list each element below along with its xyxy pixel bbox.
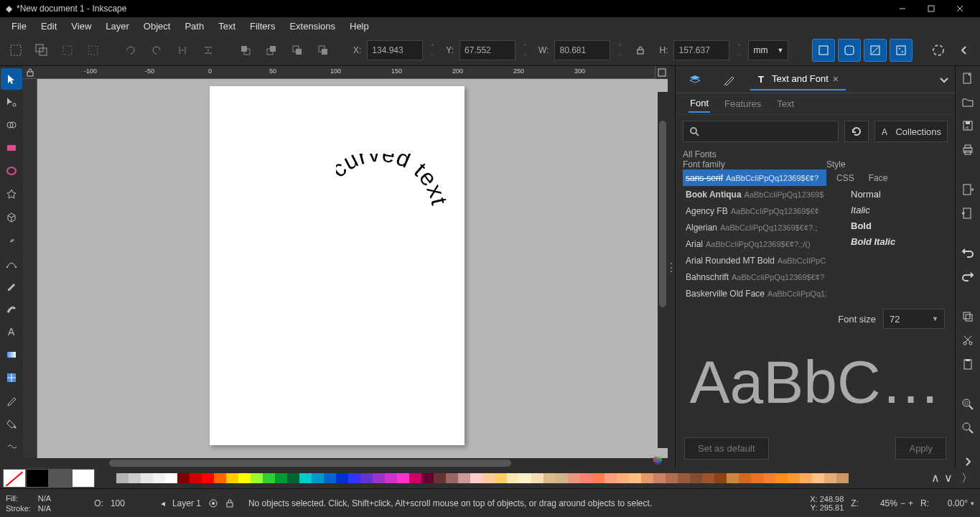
calligraphy-tool[interactable] [1, 298, 22, 320]
color-swatch[interactable] [739, 473, 751, 483]
print-button[interactable] [960, 143, 976, 157]
color-swatch[interactable] [727, 473, 739, 483]
color-swatch[interactable] [263, 473, 275, 483]
raise-button[interactable] [260, 39, 283, 62]
color-swatch[interactable] [336, 473, 348, 483]
scrollbar-horizontal[interactable] [23, 458, 668, 468]
color-managed-button[interactable] [652, 454, 665, 467]
canvas[interactable]: curved text [37, 79, 668, 458]
save-button[interactable] [960, 119, 976, 133]
lower-button[interactable] [286, 39, 309, 62]
color-swatch[interactable] [165, 473, 177, 483]
display-units-button[interactable] [655, 66, 668, 79]
menu-edit[interactable]: Edit [34, 19, 64, 34]
font-item-book-antiqua[interactable]: Book AntiquaAaBbCcIiPpQq12369$ [683, 186, 826, 202]
bezier-tool[interactable] [1, 252, 22, 274]
ruler-horizontal[interactable]: -100 -50 0 50 100 150 200 250 300 [23, 66, 668, 79]
move-gradients-button[interactable] [864, 39, 887, 62]
color-swatch[interactable] [373, 473, 385, 483]
menu-text[interactable]: Text [211, 19, 243, 34]
color-swatch[interactable] [190, 473, 202, 483]
snap-panel-toggle[interactable] [953, 39, 976, 62]
layer-lock-icon[interactable] [208, 498, 218, 508]
menu-help[interactable]: Help [342, 19, 376, 34]
color-swatch[interactable] [714, 473, 727, 483]
menu-filters[interactable]: Filters [243, 19, 282, 34]
color-swatch[interactable] [788, 473, 800, 483]
color-swatch[interactable] [519, 473, 531, 483]
white-swatch[interactable] [72, 469, 95, 488]
undo-button[interactable] [960, 246, 976, 260]
h-field[interactable]: 157.637 [673, 40, 729, 60]
minimize-button[interactable] [888, 0, 917, 17]
refresh-fonts-button[interactable] [844, 121, 869, 142]
menu-path[interactable]: Path [177, 19, 211, 34]
scale-stroke-button[interactable] [812, 39, 835, 62]
maximize-button[interactable] [917, 0, 946, 17]
select-all-button[interactable] [4, 39, 27, 62]
color-swatch[interactable] [385, 473, 397, 483]
font-item-algerian[interactable]: AlgerianAaBbCcIiPpQq12369$€¢?.; [683, 219, 826, 236]
flip-h-button[interactable] [171, 39, 194, 62]
snap-enable-button[interactable] [927, 39, 950, 62]
color-swatch[interactable] [495, 473, 507, 483]
color-swatch[interactable] [116, 473, 129, 483]
color-swatch[interactable] [702, 473, 714, 483]
scrollbar-vertical[interactable] [658, 92, 668, 448]
w-field[interactable]: 80.681 [554, 40, 610, 60]
toggle-selection-button[interactable] [82, 39, 105, 62]
lock-ratio-button[interactable] [629, 39, 652, 62]
deselect-button[interactable] [56, 39, 79, 62]
text-tool[interactable]: A [1, 321, 22, 343]
flip-v-button[interactable] [197, 39, 220, 62]
rectangle-tool[interactable] [1, 137, 22, 159]
font-size-select[interactable]: 72 ▼ [883, 309, 945, 329]
color-swatch[interactable] [287, 473, 299, 483]
font-item-arial-rounded[interactable]: Arial Rounded MT BoldAaBbCcIiPpC [683, 252, 826, 269]
gradient-tool[interactable] [1, 344, 22, 365]
color-swatch[interactable] [763, 473, 775, 483]
color-swatch[interactable] [507, 473, 519, 483]
color-swatch[interactable] [202, 473, 214, 483]
color-swatch[interactable] [397, 473, 409, 483]
color-swatch[interactable] [238, 473, 251, 483]
tab-layers[interactable] [681, 69, 709, 90]
color-swatch[interactable] [556, 473, 568, 483]
color-swatch[interactable] [775, 473, 788, 483]
x-field[interactable]: 134.943 [367, 40, 423, 60]
subtab-text[interactable]: Text [775, 96, 795, 112]
color-swatch[interactable] [251, 473, 263, 483]
move-patterns-button[interactable] [890, 39, 913, 62]
color-swatch[interactable] [800, 473, 812, 483]
open-button[interactable] [960, 96, 976, 109]
zoom-in-button[interactable]: + [908, 498, 913, 508]
style-bold-italic[interactable]: Bold Italic [836, 233, 948, 249]
paintbucket-tool[interactable] [1, 413, 22, 434]
rotate-cw-button[interactable] [145, 39, 168, 62]
star-tool[interactable] [1, 183, 22, 205]
select-all-layers-button[interactable] [30, 39, 53, 62]
color-swatch[interactable] [836, 473, 849, 483]
black-swatch[interactable] [26, 469, 49, 488]
unit-select[interactable]: mm▼ [748, 40, 788, 60]
color-swatch[interactable] [568, 473, 580, 483]
tab-text-font[interactable]: T Text and Font × [750, 69, 846, 90]
color-swatch[interactable] [421, 473, 434, 483]
menu-layer[interactable]: Layer [98, 19, 136, 34]
panel-resize-handle[interactable]: ⋮ [668, 66, 675, 468]
color-swatch[interactable] [470, 473, 482, 483]
raise-top-button[interactable] [234, 39, 257, 62]
copy-button[interactable] [960, 310, 976, 324]
color-swatch[interactable] [592, 473, 605, 483]
dropper-tool[interactable] [1, 390, 22, 411]
palette-menu-button[interactable]: 〉 [961, 471, 973, 486]
ruler-vertical[interactable] [23, 79, 37, 458]
spiral-tool[interactable] [1, 229, 22, 251]
w-spinner[interactable]: +− [613, 40, 626, 60]
color-swatch[interactable] [141, 473, 153, 483]
close-tab-icon[interactable]: × [833, 73, 839, 85]
style-list[interactable]: Normal Italic Bold Bold Italic [836, 186, 948, 249]
tab-fillstroke[interactable] [716, 69, 743, 90]
color-swatch[interactable] [629, 473, 641, 483]
cut-button[interactable] [960, 334, 976, 348]
